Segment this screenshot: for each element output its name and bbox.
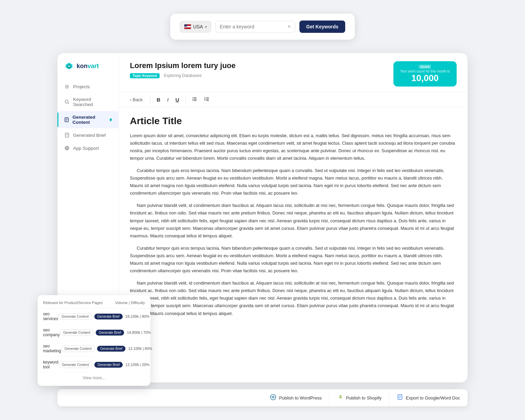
back-button[interactable]: ‹ Back (130, 97, 143, 102)
article-paragraph-5: Nam pulvinar blandit velit, id condiment… (130, 279, 457, 317)
bold-button[interactable]: B (154, 95, 163, 104)
logo-icon (64, 61, 74, 71)
keyword-stats-2: 14,800k | 70% (127, 330, 151, 334)
support-icon (64, 145, 70, 151)
quota-desc: Your word count for this month is (400, 69, 450, 73)
flag-icon (184, 24, 191, 29)
svg-point-18 (192, 99, 193, 100)
keyword-row-4: keyword tool Generate Content Generate B… (38, 357, 150, 373)
logo-text: konvart (77, 63, 99, 70)
generate-brief-button-4[interactable]: Generate Brief (94, 362, 123, 368)
keyword-name: seo marketing (43, 344, 61, 353)
keywords-panel: Relevant for Product/Service Pages Volum… (38, 295, 150, 386)
keyword-stats-3: 12,100k | 80% (128, 346, 152, 351)
view-more-button[interactable]: View more... (38, 373, 150, 383)
svg-point-27 (272, 396, 274, 398)
sidebar-item-generated-content[interactable]: Generated Content (57, 111, 119, 128)
chevron-down-icon: ▾ (205, 25, 207, 29)
publish-shopify-label: Publish to Shopify (346, 395, 381, 401)
sidebar-item-label: Generated Brief (73, 133, 106, 138)
export-google-label: Export to Google/Word Doc (406, 395, 460, 401)
list-ordered-button[interactable]: 1 2 3 (201, 95, 212, 104)
generate-content-button-2[interactable]: Generate Content (60, 329, 94, 336)
keyword-stats-4: 12,100k | 20% (125, 363, 149, 367)
brief-icon (64, 132, 70, 138)
toolbar-separator (150, 96, 150, 103)
sidebar-item-generated-brief[interactable]: Generated Brief (57, 129, 119, 141)
sidebar-item-keyword-searched[interactable]: Keyword Searched (57, 93, 119, 110)
publish-shopify-button[interactable]: Publish to Shopify (329, 389, 389, 406)
content-subtitle-row: Topic Keyword Exploring Databases (130, 72, 235, 78)
export-icon (397, 394, 403, 402)
grid-icon: ⊞ (64, 84, 70, 89)
publish-wordpress-label: Publish to WordPress (279, 395, 322, 401)
content-title-area: Lorem Ipsium lorem tury juoe Topic Keywo… (130, 61, 235, 78)
nav-items: ⊞ Projects Keyword Searched (57, 80, 119, 321)
wordpress-icon (270, 394, 276, 402)
generate-brief-button-3[interactable]: Generate Brief (97, 346, 125, 352)
article-paragraph-1: Lorem ipsum dolor sit amet, consectetur … (130, 132, 457, 162)
underline-button[interactable]: U (173, 95, 182, 104)
keywords-panel-header: Relevant for Product/Service Pages Volum… (38, 301, 150, 309)
search-icon (64, 99, 70, 105)
generate-brief-button-2[interactable]: Generate Brief (96, 330, 124, 336)
back-arrow-icon: ‹ (130, 97, 131, 102)
nav-active-dot (110, 118, 112, 121)
article-paragraph-4: Curabitur tempor quis eros tempus lacini… (130, 245, 457, 275)
keyword-input[interactable] (220, 24, 285, 29)
article-body: Lorem ipsum dolor sit amet, consectetur … (130, 132, 457, 317)
quota-badge: Quota (419, 65, 431, 69)
generate-content-button-4[interactable]: Generate Content (58, 362, 93, 368)
exploring-text: Exploring Databases (164, 73, 202, 78)
clear-button[interactable]: × (288, 24, 291, 29)
svg-point-9 (66, 147, 68, 149)
get-keywords-button[interactable]: Get Keywords (299, 21, 345, 33)
keyword-stats-1: 18,100k | 90% (125, 314, 149, 318)
logo-area: konvart (57, 61, 119, 80)
content-title: Lorem Ipsium lorem tury juoe (130, 61, 235, 70)
keyword-row-2: seo company Generate Content Generate Br… (38, 325, 150, 341)
sidebar-item-label: Generated Content (72, 115, 106, 125)
sidebar-item-projects[interactable]: ⊞ Projects (57, 80, 119, 93)
main-content: Lorem Ipsium lorem tury juoe Topic Keywo… (119, 53, 468, 382)
topic-badge: Topic Keyword (130, 73, 160, 78)
quota-label-row: Quota (400, 65, 450, 69)
keyword-input-wrapper: × (215, 21, 295, 32)
bottom-bar: Publish to WordPress Publish to Shopify … (57, 389, 468, 406)
generate-content-button-3[interactable]: Generate Content (61, 345, 95, 352)
sidebar-item-app-support[interactable]: App Support (57, 142, 119, 154)
sidebar-item-label: Projects (73, 84, 90, 89)
content-header: Lorem Ipsium lorem tury juoe Topic Keywo… (119, 53, 468, 92)
country-selector[interactable]: USA ▾ (180, 21, 211, 32)
shopify-icon (337, 394, 343, 402)
quota-number: 10,000 (400, 73, 450, 83)
export-google-button[interactable]: Export to Google/Word Doc (389, 389, 468, 406)
country-label: USA (193, 24, 203, 29)
keywords-panel-label: Relevant for Product/Service Pages (43, 301, 103, 305)
keyword-row-3: seo marketing Generate Content Generate … (38, 341, 150, 357)
article-paragraph-3: Nam pulvinar blandit velit, id condiment… (130, 202, 457, 239)
list-unordered-button[interactable] (189, 95, 200, 104)
publish-wordpress-button[interactable]: Publish to WordPress (262, 389, 329, 406)
svg-point-0 (65, 100, 68, 103)
svg-text:3: 3 (204, 99, 205, 101)
keywords-panel-right: Volume | Difficulty (115, 301, 145, 305)
keyword-name: seo services (43, 312, 58, 321)
svg-point-19 (192, 100, 193, 101)
editor-toolbar: ‹ Back B I U (119, 92, 468, 107)
sidebar-item-label: Keyword Searched (73, 97, 112, 107)
keyword-row-1: seo services Generate Content Generate B… (38, 309, 150, 325)
sidebar-item-label: App Support (73, 146, 99, 151)
svg-point-17 (192, 97, 193, 98)
generate-brief-button-1[interactable]: Generate Brief (94, 314, 123, 319)
quota-card: Quota Your word count for this month is … (393, 61, 457, 87)
toolbar-separator-2 (185, 96, 186, 103)
article-area[interactable]: Article Title Lorem ipsum dolor sit amet… (119, 107, 468, 382)
italic-button[interactable]: I (164, 95, 171, 104)
generate-content-button-1[interactable]: Generate Content (58, 313, 92, 320)
keyword-search-bar: USA ▾ × Get Keywords (170, 14, 355, 40)
keyword-name: seo company (43, 328, 60, 337)
article-paragraph-2: Curabitur tempor quis eros tempus lacini… (130, 167, 457, 197)
keyword-name: keyword tool (43, 360, 58, 369)
article-title: Article Title (130, 116, 457, 127)
